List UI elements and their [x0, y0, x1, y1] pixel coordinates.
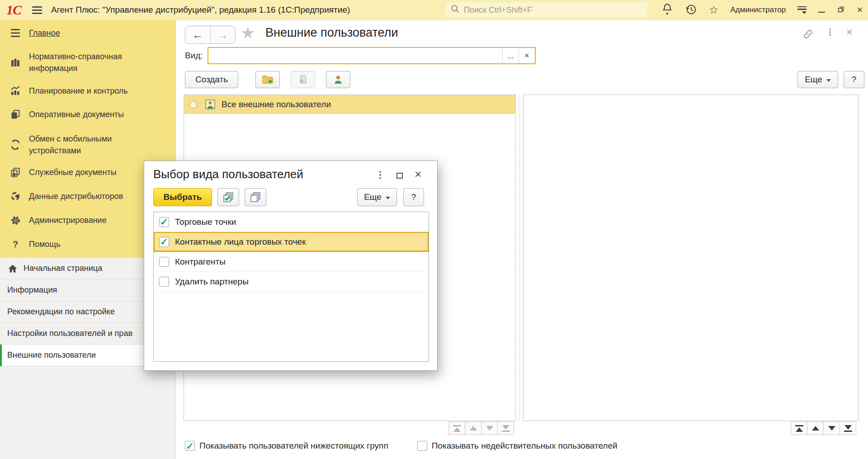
panel-splitter[interactable] [519, 95, 519, 421]
minimize-button[interactable] [818, 12, 825, 13]
list-item-label: Контактные лица торговых точек [175, 237, 306, 247]
kind-field-choose-button[interactable]: ... [502, 48, 519, 63]
dialog-more-button[interactable]: Еще [357, 188, 397, 206]
create-button[interactable]: Создать [185, 71, 238, 88]
list-item-contact-persons[interactable]: ✓ Контактные лица торговых точек [154, 232, 429, 252]
sync-icon [9, 139, 22, 151]
sidebar-item-planning[interactable]: Планирование и контроль [0, 85, 175, 97]
page-title: Внешние пользователи [265, 26, 398, 40]
chevron-down-icon [386, 197, 390, 199]
dialog-close-button[interactable]: × [415, 167, 421, 181]
check-icon: ✓ [186, 441, 194, 451]
chevron-down-icon [826, 79, 831, 82]
main-menu-icon[interactable] [32, 5, 42, 16]
kind-field-clear-button[interactable]: × [519, 48, 535, 63]
check-icon: ✓ [160, 237, 168, 246]
global-search[interactable] [446, 2, 647, 18]
move-top-button[interactable] [448, 421, 465, 435]
move-bottom-button[interactable] [497, 421, 514, 435]
more-button[interactable]: Еще [797, 71, 838, 88]
documents-icon [9, 109, 22, 120]
close-form-button[interactable]: × [846, 28, 853, 37]
window-title: Агент Плюс: "Управление дистрибуцией", р… [51, 5, 350, 15]
move-up-button[interactable] [465, 421, 481, 435]
kind-field-label: Вид: [185, 51, 203, 61]
sidebar-item-label: Нормативно-справочная информация [29, 51, 156, 74]
dialog-menu-kebab-icon[interactable] [379, 171, 381, 173]
sidebar-item-mobile-exchange[interactable]: Обмен с мобильными устройствами [0, 133, 175, 156]
kind-field: ... × [208, 47, 536, 64]
home-icon [7, 263, 18, 274]
item-checkbox[interactable]: ✓ [159, 237, 169, 247]
show-subordinate-checkbox[interactable]: ✓ [185, 441, 195, 451]
sidebar-item-label: Администрирование [29, 214, 156, 226]
users-list-panel [523, 95, 859, 421]
list-item-label: Контрагенты [175, 257, 226, 267]
show-subordinate-label: Показывать пользователей нижестоящих гру… [199, 441, 388, 451]
current-user[interactable]: Администратор [730, 5, 786, 14]
more-button-label: Еще [805, 75, 822, 85]
sidebar-item-main[interactable]: Главное [0, 27, 175, 39]
window-title-bar: 1С Агент Плюс: "Управление дистрибуцией"… [0, 0, 868, 20]
item-checkbox[interactable]: ✓ [159, 217, 169, 227]
list-toolbar: Создать Еще ? [185, 71, 859, 89]
sidebar-item-label: Информация [7, 285, 57, 295]
dialog-maximize-button[interactable] [396, 173, 403, 179]
service-docs-icon [9, 167, 22, 178]
check-all-button[interactable] [217, 188, 239, 206]
sidebar-item-label: Главное [29, 27, 156, 39]
forward-button[interactable]: → [211, 26, 236, 43]
search-input[interactable] [464, 5, 643, 15]
back-button[interactable]: ← [185, 26, 211, 43]
tree-root-label: Все внешние пользователи [222, 99, 331, 109]
tree-sort-buttons [449, 421, 514, 435]
list-item-trade-points[interactable]: ✓ Торговые точки [154, 212, 429, 232]
add-to-favorites-star-icon[interactable]: ★ [241, 25, 255, 41]
move-down-button[interactable] [481, 421, 498, 435]
check-icon: ✓ [160, 217, 168, 227]
restore-button[interactable] [837, 5, 845, 15]
sidebar-item-reference[interactable]: Нормативно-справочная информация [0, 51, 175, 74]
sidebar-item-label: Служебные документы [29, 166, 156, 178]
sidebar-item-label: Помощь [29, 238, 156, 250]
kind-field-input[interactable] [208, 48, 502, 63]
move-top-button[interactable] [791, 421, 807, 435]
item-checkbox[interactable] [159, 277, 169, 287]
more-button-label: Еще [364, 192, 382, 202]
form-menu-kebab-icon[interactable] [829, 28, 831, 30]
sidebar-item-operational-documents[interactable]: Оперативные документы [0, 109, 175, 120]
move-up-button[interactable] [807, 421, 824, 435]
tree-root-row[interactable]: Все внешние пользователи [184, 95, 515, 114]
dialog-help-button[interactable]: ? [403, 188, 424, 206]
create-group-button[interactable] [255, 71, 280, 88]
dialog-title: Выбор вида пользователей [153, 167, 303, 181]
notifications-bell-icon[interactable] [661, 2, 673, 18]
get-link-icon[interactable] [802, 28, 814, 42]
functions-menu-icon[interactable] [797, 6, 807, 14]
item-checkbox[interactable] [159, 257, 169, 267]
sidebar-item-label: Оперативные документы [29, 109, 156, 120]
tree-expand-circle[interactable] [189, 101, 197, 109]
show-invalid-checkbox[interactable] [417, 441, 427, 451]
dialog-select-button[interactable]: Выбрать [153, 188, 212, 206]
sidebar-item-label: Рекомендации по настройке [7, 307, 115, 317]
move-bottom-button[interactable] [840, 421, 856, 435]
user-kinds-list: ✓ Торговые точки ✓ Контактные лица торго… [153, 212, 429, 362]
uncheck-all-button[interactable] [245, 188, 266, 206]
list-sort-buttons [791, 421, 856, 435]
help-button[interactable]: ? [844, 71, 864, 88]
list-item-counterparties[interactable]: Контрагенты [154, 252, 429, 272]
sidebar-item-label: Начальная страница [24, 264, 102, 273]
create-user-button[interactable] [326, 71, 350, 88]
list-item-delete-partners[interactable]: Удалить партнеры [154, 272, 429, 292]
reference-icon [9, 57, 22, 68]
favorites-star-icon[interactable]: ☆ [709, 5, 719, 15]
close-window-button[interactable]: × [857, 5, 863, 15]
move-down-button[interactable] [823, 421, 840, 435]
help-icon: ? [9, 239, 22, 250]
sidebar-item-label: Планирование и контроль [29, 85, 156, 97]
show-invalid-label: Показывать недействительных пользователе… [432, 441, 618, 451]
list-item-label: Торговые точки [175, 217, 236, 227]
sidebar-item-label: Внешние пользователи [7, 350, 96, 360]
history-icon[interactable] [685, 3, 697, 17]
